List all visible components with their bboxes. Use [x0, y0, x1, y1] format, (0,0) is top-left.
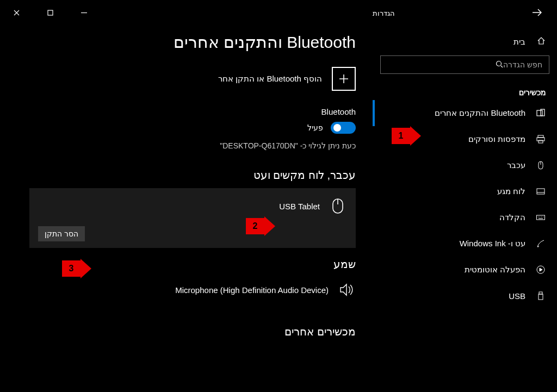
back-icon[interactable] — [532, 8, 542, 19]
sidebar-item-bluetooth[interactable]: Bluetooth והתקנים אחרים — [373, 100, 557, 126]
usb-icon — [535, 290, 546, 301]
window-title: הגדרות — [373, 9, 395, 17]
bluetooth-heading: Bluetooth — [29, 107, 356, 116]
svg-rect-8 — [537, 189, 544, 194]
sidebar-item-typing[interactable]: הקלדה — [373, 204, 557, 231]
svg-rect-18 — [539, 294, 543, 300]
mouse-icon — [535, 160, 546, 171]
sidebar-item-usb[interactable]: USB — [373, 283, 557, 309]
touchpad-icon — [535, 186, 546, 197]
sidebar-item-touchpad[interactable]: לוח מגע — [373, 178, 557, 204]
add-device-label: הוסף Bluetooth או התקן אחר — [218, 74, 322, 84]
sidebar-nav: Bluetooth והתקנים אחרים מדפסות וסורקים ע… — [373, 100, 557, 309]
discoverable-text: כעת ניתן לגילוי כ- "DESKTOP-Q6170DN" — [29, 141, 356, 150]
sidebar-item-label: הקלדה — [499, 213, 525, 222]
group-heading-mouse: עכבר, לוח מקשים ועט — [29, 169, 356, 182]
group-heading-other: מכשירים אחרים — [29, 325, 356, 338]
remove-device-button[interactable]: הסר התקן — [38, 226, 85, 241]
sidebar-home[interactable]: בית — [373, 27, 557, 52]
sidebar-item-pen[interactable]: עט ו- Windows Ink — [373, 231, 557, 257]
main-pane: Bluetooth והתקנים אחרים הוסף Bluetooth א… — [0, 0, 372, 392]
sidebar-item-mouse[interactable]: עכבר — [373, 152, 557, 178]
autoplay-icon — [535, 264, 546, 275]
search-placeholder: חפש הגדרה — [503, 60, 542, 69]
bt-devices-icon — [535, 108, 546, 119]
pen-icon — [535, 238, 546, 249]
group-heading-audio: שמע — [29, 258, 356, 271]
printer-icon — [535, 134, 546, 145]
svg-rect-10 — [537, 215, 545, 220]
sidebar: הגדרות בית חפש הגדרה מכשירים Bluetooth — [372, 0, 557, 392]
svg-rect-17 — [539, 292, 542, 294]
home-label: בית — [513, 37, 525, 47]
svg-point-0 — [497, 61, 502, 66]
sidebar-item-autoplay[interactable]: הפעלה אוטומטית — [373, 257, 557, 283]
home-icon — [536, 36, 546, 47]
minimize-button[interactable] — [73, 4, 95, 21]
speaker-icon — [337, 281, 356, 299]
sidebar-item-label: USB — [509, 291, 525, 301]
content: Bluetooth והתקנים אחרים הוסף Bluetooth א… — [13, 0, 372, 338]
device-card-usb-tablet[interactable]: USB Tablet הסר התקן — [29, 188, 356, 248]
mouse-device-icon — [329, 197, 347, 215]
sidebar-item-label: הפעלה אוטומטית — [465, 265, 525, 275]
sidebar-item-label: עכבר — [507, 160, 525, 170]
close-button[interactable] — [5, 4, 27, 21]
sidebar-section-label: מכשירים — [373, 79, 557, 100]
titlebar — [0, 0, 100, 25]
device-row-microphone[interactable]: Microphone (High Definition Audio Device… — [29, 277, 356, 302]
sidebar-item-printers[interactable]: מדפסות וסורקים — [373, 126, 557, 152]
svg-rect-19 — [48, 10, 53, 15]
svg-rect-1 — [537, 110, 542, 116]
svg-rect-3 — [538, 135, 543, 138]
bluetooth-state: פעיל — [307, 123, 323, 132]
bluetooth-toggle[interactable] — [331, 122, 356, 134]
search-icon — [496, 60, 503, 70]
search-input[interactable]: חפש הגדרה — [380, 55, 549, 74]
page-title: Bluetooth והתקנים אחרים — [29, 33, 356, 52]
sidebar-item-label: לוח מגע — [497, 186, 525, 196]
sidebar-item-label: מדפסות וסורקים — [468, 134, 525, 144]
add-device-button[interactable] — [332, 67, 356, 91]
settings-app: הגדרות בית חפש הגדרה מכשירים Bluetooth — [0, 0, 557, 392]
device-name: USB Tablet — [279, 202, 320, 211]
sidebar-item-label: Bluetooth והתקנים אחרים — [435, 108, 525, 118]
sidebar-item-label: עט ו- Windows Ink — [460, 239, 525, 248]
device-name: Microphone (High Definition Audio Device… — [175, 285, 329, 295]
keyboard-icon — [535, 212, 546, 223]
maximize-button[interactable] — [39, 4, 61, 21]
